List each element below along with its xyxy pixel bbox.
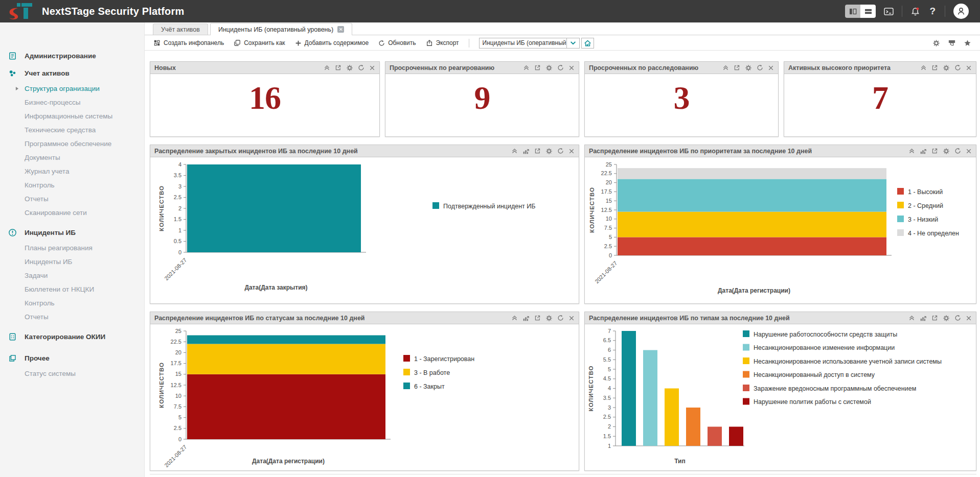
sidebar-item-journal[interactable]: Журнал учета [0, 164, 144, 178]
panel-header[interactable]: Распределение инцидентов ИБ по статусам … [150, 312, 579, 324]
external-link-icon[interactable] [734, 64, 740, 71]
external-link-icon[interactable] [335, 64, 341, 71]
sidebar-item-control-2[interactable]: Контроль [0, 296, 144, 310]
sidebar-section-administration[interactable]: Администрирование [0, 47, 144, 64]
gear-icon[interactable] [943, 148, 950, 155]
chevron-down-icon[interactable] [566, 38, 579, 48]
export-button[interactable]: Экспорт [426, 39, 459, 46]
collapse-icon[interactable] [908, 148, 915, 154]
gear-icon[interactable] [346, 64, 353, 71]
chart-export-icon[interactable] [522, 315, 530, 322]
user-avatar[interactable] [953, 4, 969, 19]
gear-icon[interactable] [545, 315, 553, 322]
sidebar-item-documents[interactable]: Документы [0, 151, 144, 164]
collapse-icon[interactable] [920, 64, 927, 71]
sidebar-section-incidents[interactable]: Инциденты ИБ [0, 224, 144, 241]
close-icon[interactable] [568, 65, 575, 71]
panel-header[interactable]: Новых [150, 62, 379, 74]
collapse-icon[interactable] [722, 64, 729, 71]
sidebar-item-reports-2[interactable]: Отчеты [0, 310, 144, 324]
sidebar-item-software[interactable]: Программное обеспечение [0, 137, 144, 151]
create-dashboard-button[interactable]: Создать инфопанель [153, 39, 224, 46]
chart-export-icon[interactable] [920, 315, 927, 322]
home-dashboard-button[interactable] [581, 38, 594, 49]
panel-header[interactable]: Просроченных по расследованию [585, 62, 778, 74]
sidebar-item-bulletins[interactable]: Бюллетени от НКЦКИ [0, 282, 144, 296]
close-icon[interactable] [369, 65, 375, 71]
help-icon[interactable]: ? [928, 6, 937, 17]
sidebar-item-info-systems[interactable]: Информационные системы [0, 109, 144, 123]
gear-icon[interactable] [943, 64, 950, 71]
tab-incidents-operational[interactable]: Инциденты ИБ (оперативный уровень) ✕ [210, 23, 352, 35]
button-label: Экспорт [436, 39, 459, 46]
terminal-icon[interactable] [884, 7, 894, 16]
external-link-icon[interactable] [534, 64, 541, 71]
sidebar-item-tasks[interactable]: Задачи [0, 269, 144, 282]
sidebar-item-business-processes[interactable]: Бизнес-процессы [0, 96, 144, 109]
star-icon[interactable] [964, 39, 971, 47]
collapse-icon[interactable] [908, 315, 915, 321]
refresh-icon[interactable] [757, 64, 763, 71]
close-icon[interactable] [966, 65, 972, 71]
copy-icon [234, 39, 241, 46]
svg-text:0: 0 [609, 252, 612, 258]
sidebar-item-org-structure[interactable]: Структура огранизации [0, 82, 144, 96]
logo [7, 2, 34, 20]
sidebar-section-okii[interactable]: Категорирование ОКИИ [0, 328, 144, 345]
external-link-icon[interactable] [931, 148, 938, 154]
gear-icon[interactable] [943, 315, 950, 322]
tab-assets[interactable]: Учёт активов [153, 23, 208, 35]
collapse-icon[interactable] [511, 148, 518, 154]
close-icon[interactable] [568, 315, 575, 321]
close-icon[interactable] [966, 148, 972, 154]
collapse-icon[interactable] [511, 315, 518, 321]
close-icon[interactable] [768, 65, 774, 71]
sidebar-item-control[interactable]: Контроль [0, 178, 144, 192]
refresh-icon[interactable] [954, 148, 961, 154]
panel-header[interactable]: Распределение инцидентов ИБ по приоритет… [585, 145, 976, 157]
notifications-bell-icon[interactable] [910, 7, 920, 16]
close-icon[interactable] [966, 315, 972, 321]
dashboard-select[interactable]: Инциденты ИБ (оперативный у [479, 38, 580, 49]
sidebar-item-system-status[interactable]: Статус системы [0, 367, 144, 380]
external-link-icon[interactable] [534, 315, 541, 321]
gear-icon[interactable] [745, 64, 752, 71]
view-rows-icon[interactable] [860, 5, 876, 18]
save-as-button[interactable]: Сохранить как [234, 39, 285, 46]
gear-icon[interactable] [545, 64, 553, 71]
tab-close-icon[interactable]: ✕ [337, 26, 344, 33]
panel-header[interactable]: Просроченных по реагированию [385, 62, 579, 74]
gear-icon[interactable] [932, 39, 940, 47]
sidebar-item-response-plans[interactable]: Планы реагирования [0, 241, 144, 255]
refresh-icon[interactable] [557, 64, 564, 71]
panel-header[interactable]: Активных высокого приоритета [784, 62, 976, 74]
sidebar-section-misc[interactable]: Прочее [0, 349, 144, 367]
sidebar-item-label: Инциденты ИБ [25, 258, 72, 266]
refresh-icon[interactable] [358, 64, 364, 71]
sidebar-item-incidents[interactable]: Инциденты ИБ [0, 255, 144, 269]
panel-header[interactable]: Распределение инцидентов ИБ по типам за … [585, 312, 976, 324]
refresh-icon[interactable] [557, 148, 564, 154]
refresh-button[interactable]: Обновить [378, 39, 416, 46]
sidebar-item-reports[interactable]: Отчеты [0, 192, 144, 206]
external-link-icon[interactable] [931, 64, 938, 71]
sidebar-item-technical-means[interactable]: Технические средства [0, 123, 144, 137]
sidebar-section-assets[interactable]: Учет активов [0, 64, 144, 82]
external-link-icon[interactable] [931, 315, 938, 321]
print-panel-icon[interactable] [948, 39, 956, 47]
chart-export-icon[interactable] [522, 148, 530, 155]
collapse-icon[interactable] [324, 64, 330, 71]
add-content-button[interactable]: Добавить содержимое [295, 39, 369, 46]
collapse-icon[interactable] [523, 64, 530, 71]
view-split-icon[interactable] [845, 5, 860, 18]
panel-header[interactable]: Распределение закрытых инцидентов ИБ за … [150, 145, 579, 157]
external-link-icon[interactable] [534, 148, 541, 154]
refresh-icon[interactable] [954, 64, 961, 71]
close-icon[interactable] [568, 148, 575, 154]
refresh-icon[interactable] [954, 315, 961, 321]
sidebar-item-network-scan[interactable]: Сканирование сети [0, 206, 144, 220]
svg-text:2 - Средний: 2 - Средний [908, 202, 943, 209]
chart-export-icon[interactable] [920, 148, 927, 155]
gear-icon[interactable] [545, 148, 553, 155]
refresh-icon[interactable] [557, 315, 564, 321]
